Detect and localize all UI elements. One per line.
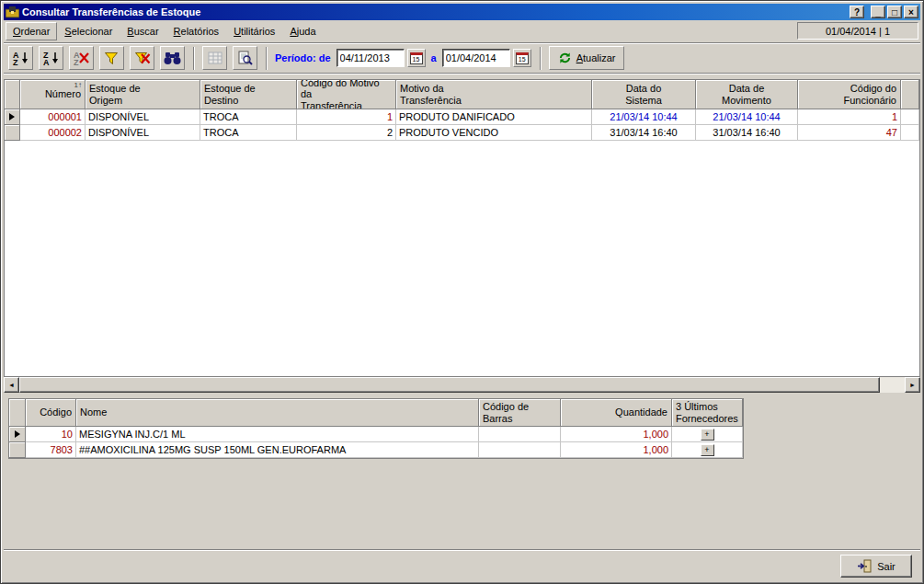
cell-codigo-motivo[interactable]: 2 [297,125,396,141]
cell-motivo[interactable]: PRODUTO DANIFICADO [396,109,592,125]
col-header-quantidade[interactable]: Quantidade [561,399,672,427]
col-header-overflow [901,80,919,109]
grid-corner [5,80,20,109]
toolbar-separator [193,47,194,70]
cell-codigo[interactable]: 10 [26,427,76,442]
table-row[interactable]: 7803 ##AMOXICILINA 125MG SUSP 150ML GEN.… [9,442,743,458]
menu-relatorios[interactable]: Relatórios [166,22,227,40]
clear-filter-icon [134,51,151,65]
table-row[interactable]: 000002 DISPONÍVEL TROCA 2 PRODUTO VENCID… [5,125,919,141]
cell-codigo-barras[interactable] [479,427,561,442]
col-header-estoque-destino[interactable]: Estoque de Destino [200,80,297,109]
horizontal-scrollbar[interactable]: ◄ ► [4,377,920,393]
cell-quantidade[interactable]: 1,000 [561,427,672,442]
products-grid: Código Nome Código de Barras Quantidade … [8,398,744,459]
menu-ordenar[interactable]: Ordenar [6,22,57,40]
cell-codigo-funcionario[interactable]: 1 [798,109,901,125]
scrollbar-thumb[interactable] [19,377,880,393]
grid-corner [9,399,26,427]
footer-bar: Sair [4,549,920,580]
periodo-between-label: a [431,52,437,63]
col-header-fornecedores[interactable]: 3 Últimos Fornecedores [672,399,743,427]
app-icon [6,6,19,18]
cell-data-movimento[interactable]: 21/03/14 10:44 [696,109,798,125]
expand-fornecedores-button[interactable]: + [701,444,714,456]
scroll-left-button[interactable]: ◄ [4,377,19,393]
cell-motivo[interactable]: PRODUTO VENCIDO [396,125,592,141]
svg-text:Z: Z [13,58,18,66]
current-row-arrow-icon [9,113,15,120]
menubar: Ordenar Selecionar Buscar Relatórios Uti… [4,20,920,41]
clear-sort-button[interactable]: AZ [69,46,94,70]
scroll-right-button[interactable]: ► [905,377,920,393]
cell-codigo[interactable]: 7803 [26,442,76,458]
atualizar-label: Atualizar [576,52,616,63]
sort-descending-icon: ZA [42,50,60,66]
sort-indicator: 1↑ [74,81,82,89]
cell-data-sistema[interactable]: 21/03/14 10:44 [592,109,696,125]
col-header-data-sistema[interactable]: Data do Sistema [592,80,696,109]
col-header-nome[interactable]: Nome [76,399,479,427]
cell-fornecedores: + [672,442,743,458]
cell-nome[interactable]: MESIGYNA INJ.C/1 ML [76,427,479,442]
cell-numero[interactable]: 000001 [20,109,86,125]
sair-button[interactable]: Sair [840,555,912,578]
cell-codigo-motivo[interactable]: 1 [297,109,396,125]
cell-data-sistema[interactable]: 31/03/14 16:40 [592,125,696,141]
date-from-input[interactable] [337,49,405,67]
col-header-numero[interactable]: 1↑ Número [20,80,86,109]
close-button[interactable]: × [904,6,918,18]
current-date-display: 01/04/2014 | 1 [797,22,918,40]
row-selector [5,125,20,141]
cell-nome[interactable]: ##AMOXICILINA 125MG SUSP 150ML GEN.EUROF… [76,442,479,458]
cell-codigo-funcionario[interactable]: 47 [798,125,901,141]
minimize-button[interactable]: _ [871,6,885,18]
expand-fornecedores-button[interactable]: + [701,429,714,441]
calendar-icon: 15 [516,52,529,64]
cell-estoque-destino[interactable]: TROCA [200,109,297,125]
clear-filter-button[interactable] [130,46,154,70]
col-header-data-movimento[interactable]: Data de Movimento [696,80,798,109]
atualizar-button[interactable]: Atualizar [549,46,625,70]
maximize-button[interactable]: □ [887,6,902,18]
date-to-input[interactable] [442,49,510,67]
cell-estoque-origem[interactable]: DISPONÍVEL [86,125,200,141]
cell-codigo-barras[interactable] [479,442,561,458]
table-row[interactable]: 000001 DISPONÍVEL TROCA 1 PRODUTO DANIFI… [5,109,919,125]
sort-ascending-icon: AZ [12,50,29,66]
date-from-calendar-button[interactable]: 15 [407,49,426,67]
col-header-codigo-funcionario[interactable]: Código do Funcionário [798,80,901,109]
row-selector [9,442,26,458]
menu-selecionar[interactable]: Selecionar [57,22,120,40]
find-button[interactable] [160,46,185,70]
calendar-icon: 15 [410,52,423,64]
col-header-codigo-motivo[interactable]: Código do Motivo da Transferência [297,80,396,109]
print-preview-button[interactable] [233,46,257,70]
print-preview-icon [237,51,253,66]
toolbar-separator [540,47,541,70]
cell-overflow [901,125,919,141]
refresh-icon [558,52,572,64]
col-header-motivo[interactable]: Motivo da Transferência [396,80,592,109]
menu-ajuda[interactable]: Ajuda [282,22,323,40]
cell-quantidade[interactable]: 1,000 [561,442,672,458]
col-header-estoque-origem[interactable]: Estoque de Origem [86,80,200,109]
grid-view-button [202,46,227,70]
cell-estoque-destino[interactable]: TROCA [200,125,297,141]
date-to-calendar-button[interactable]: 15 [513,49,531,67]
menu-utilitarios[interactable]: Utilitários [226,22,282,40]
cell-numero[interactable]: 000002 [20,125,86,141]
cell-data-movimento[interactable]: 31/03/14 16:40 [696,125,798,141]
grid-icon [208,52,222,64]
menu-buscar[interactable]: Buscar [120,22,165,40]
cell-estoque-origem[interactable]: DISPONÍVEL [86,109,200,125]
col-header-codigo[interactable]: Código [26,399,76,427]
filter-button[interactable] [99,46,124,70]
sort-descending-button[interactable]: ZA [39,46,63,70]
col-header-codigo-barras[interactable]: Código de Barras [479,399,561,427]
table-row[interactable]: 10 MESIGYNA INJ.C/1 ML 1,000 + [9,427,743,442]
help-button[interactable]: ? [850,6,864,18]
sort-ascending-button[interactable]: AZ [8,46,33,70]
cell-overflow [901,109,919,125]
sair-label: Sair [877,561,895,572]
